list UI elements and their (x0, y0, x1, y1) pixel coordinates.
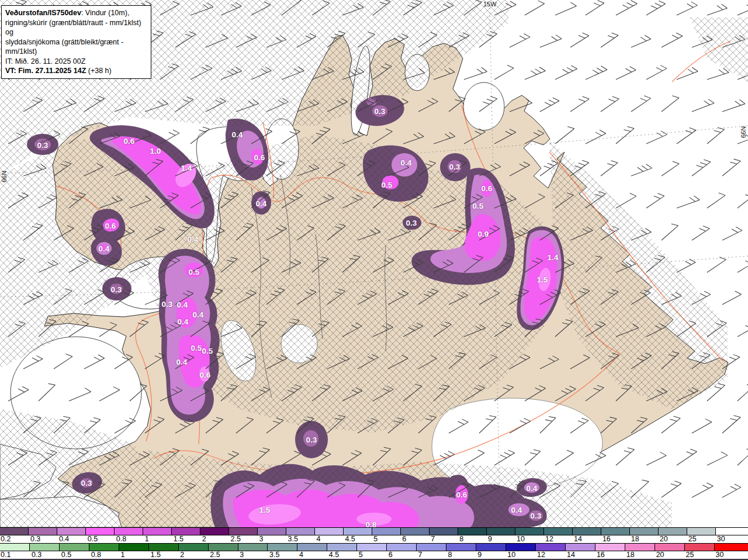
precip-value-label: 1.4 (548, 253, 559, 262)
bay-thistilfjordur (463, 82, 504, 130)
scale-tick-label: 3 (259, 535, 264, 543)
scale-tick-label: 1.5 (174, 535, 183, 543)
precip-value-label: 0.9 (478, 230, 489, 238)
scale-tick-label: 20 (660, 535, 668, 543)
sleet-scale-labels: 0.20.30.40.50.811.522.533.544.5567891012… (0, 535, 748, 543)
scale-tick-label: 16 (602, 535, 611, 543)
scale-tick-label: 0.3 (30, 535, 40, 543)
scale-tick-label: 8 (459, 535, 463, 543)
weather-map-screen: 15W 66N 66N 0.30.61.01.40.40.60.40.60.40… (0, 0, 748, 560)
precip-value-label: 0.3 (162, 300, 173, 309)
precip-value-label: 1.5 (537, 275, 548, 284)
product-name: Veðurstofan/IS750dev (5, 9, 81, 17)
scale-tick-label: 8 (448, 551, 452, 559)
scale-tick-label: 3 (240, 551, 244, 559)
scale-tick-label: 2 (180, 551, 184, 559)
rain-scale-labels: 0.10.30.50.811.522.533.544.5567891012141… (0, 551, 748, 559)
precip-value-label: 0.4 (232, 130, 243, 139)
scale-tick-label: 0.5 (61, 551, 71, 559)
scale-tick-label: 3.5 (288, 535, 297, 543)
precip-value-label: 0.6 (254, 153, 265, 162)
scale-tick-label: 1.5 (150, 551, 160, 559)
scale-tick-label: 9 (488, 535, 492, 543)
scale-tick-label: 7 (431, 535, 435, 543)
precip-value-label: 0.4 (176, 358, 188, 367)
scale-tick-label: 0.1 (1, 551, 11, 559)
precip-value-label: 0.6 (456, 490, 468, 499)
scale-tick-label: 16 (597, 551, 605, 559)
precip-value-label: 0.5 (189, 268, 200, 276)
scale-tick-label: 1 (121, 551, 125, 559)
scale-tick-label: 18 (626, 551, 635, 559)
precip-value-label: 0.3 (81, 479, 92, 488)
precip-value-label: 0.4 (193, 310, 204, 319)
weather-map (0, 0, 748, 527)
precip-value-label: 0.3 (111, 285, 122, 294)
precip-value-label: 0.5 (191, 344, 202, 352)
scale-tick-label: 7 (418, 551, 423, 559)
precip-value-label: 0.5 (382, 181, 393, 189)
scale-tick-label: 1 (145, 535, 149, 543)
precip-value-label: 0.4 (177, 300, 188, 309)
precip-value-label: 0.4 (178, 317, 189, 326)
scale-tick-label: 10 (507, 551, 515, 559)
precip-value-label: 0.4 (99, 244, 110, 253)
scale-tick-label: 10 (517, 535, 525, 543)
precip-value-label: 0.6 (200, 371, 211, 379)
precip-value-label: 0.3 (375, 107, 386, 116)
precip-value-label: 0.3 (531, 511, 542, 520)
scale-tick-label: 18 (631, 535, 639, 543)
precip-value-label: 0.4 (511, 506, 522, 514)
precip-value-label: 0.5 (202, 347, 213, 355)
precip-value-label: 0.3 (406, 219, 417, 227)
scale-tick-label: 14 (567, 551, 575, 559)
scale-tick-label: 14 (574, 535, 582, 543)
scale-tick-label: 5 (373, 535, 378, 543)
scale-tick-label: 25 (686, 551, 694, 559)
precip-value-label: 1.4 (181, 164, 192, 172)
scale-tick-label: 2.5 (231, 535, 241, 543)
init-time: IT: Mið. 26. 11. 2025 00Z (5, 57, 147, 67)
scale-tick-label: 0.5 (88, 535, 98, 543)
scale-tick-label: 4.5 (345, 535, 355, 543)
title-line-2: rigning/skúrir (grænt/blátt/rautt - mm/1… (5, 18, 147, 37)
scale-tick-label: 25 (688, 535, 697, 543)
parallel-label-66n-left: 66N (1, 171, 8, 182)
scale-tick-label: 0.8 (91, 551, 101, 559)
meridian-label-15w: 15W (483, 1, 497, 8)
scale-tick-label: 20 (656, 551, 664, 559)
parameter-text: : Vindur (10m), (81, 9, 129, 17)
scale-tick-label: 4 (299, 551, 303, 559)
sleet-scale-bar (0, 527, 748, 535)
scale-tick-label: 2 (202, 535, 206, 543)
precip-value-label: 0.3 (449, 163, 460, 171)
scale-tick-label: 0.3 (32, 551, 41, 559)
scale-tick-label: 12 (545, 535, 553, 543)
precip-value-label: 0.5 (473, 202, 484, 210)
precip-value-label: 0.6 (482, 184, 493, 193)
precip-value-label: 1.5 (259, 506, 271, 514)
precip-value-label: 0.4 (401, 158, 412, 167)
scale-tick-label: 4 (316, 535, 320, 543)
scale-tick-label: 2.5 (210, 551, 220, 559)
precip-value-label: 0.4 (188, 235, 199, 244)
scale-tick-label: 4.5 (329, 551, 339, 559)
lead-time: (+38 h) (86, 67, 111, 75)
scale-tick-label: 6 (402, 535, 406, 543)
parallel-label-66n-right: 66N (740, 126, 747, 138)
precip-value-label: 0.6 (105, 222, 116, 230)
scale-tick-label: 9 (477, 551, 482, 559)
scale-tick-label: 5 (359, 551, 363, 559)
title-box: Veðurstofan/IS750dev: Vindur (10m), rign… (1, 5, 151, 79)
valid-time-bold: VT: Fim. 27.11.2025 14Z (5, 67, 86, 75)
scale-tick-label: 30 (717, 535, 725, 543)
precip-value-label: 1.0 (150, 147, 161, 155)
scale-tick-label: 6 (389, 551, 393, 559)
legend-scales: 0.20.30.40.50.811.522.533.544.5567891012… (0, 527, 748, 560)
precip-value-label: 0.4 (256, 199, 267, 208)
title-line-3: slydda/snjókoma (grátt/bleikt/grænt - mm… (5, 37, 147, 57)
precip-value-label: 0.4 (527, 484, 538, 493)
scale-tick-label: 12 (537, 551, 545, 559)
valid-time: VT: Fim. 27.11.2025 14Z (+38 h) (5, 66, 147, 76)
scale-tick-label: 3.5 (269, 551, 279, 559)
